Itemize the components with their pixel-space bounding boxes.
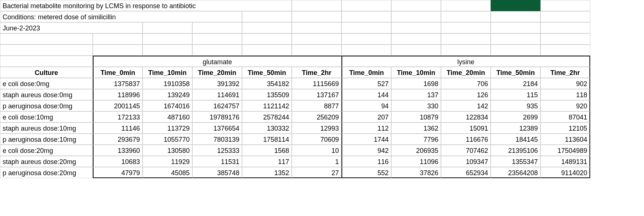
- data-cell[interactable]: 1744: [341, 134, 391, 145]
- data-cell[interactable]: 45085: [143, 167, 192, 178]
- empty-cell[interactable]: [341, 45, 391, 56]
- empty-cell[interactable]: [491, 45, 540, 56]
- data-cell[interactable]: 1: [292, 156, 341, 167]
- column-header[interactable]: Time_0min: [93, 67, 143, 78]
- culture-cell[interactable]: p aeruginosa dose:0mg: [0, 100, 93, 111]
- culture-cell[interactable]: e coli dose:10mg: [0, 111, 93, 122]
- data-cell[interactable]: 137167: [292, 89, 341, 100]
- empty-cell[interactable]: [441, 45, 491, 56]
- column-header-culture[interactable]: Culture: [0, 67, 93, 78]
- data-cell[interactable]: 330: [391, 100, 441, 111]
- data-cell[interactable]: 206935: [391, 145, 441, 156]
- data-cell[interactable]: 12389: [491, 122, 540, 134]
- data-cell[interactable]: 11929: [143, 156, 192, 167]
- data-cell[interactable]: 2001145: [93, 100, 143, 111]
- data-cell[interactable]: 11096: [391, 156, 441, 167]
- culture-cell[interactable]: e coli dose:0mg: [0, 78, 93, 89]
- empty-cell[interactable]: [143, 33, 192, 45]
- data-cell[interactable]: 487160: [143, 111, 192, 122]
- column-header[interactable]: Time_0min: [341, 67, 391, 78]
- data-cell[interactable]: 94: [341, 100, 391, 111]
- data-cell[interactable]: 115: [491, 89, 540, 100]
- data-cell[interactable]: 902: [540, 78, 590, 89]
- data-cell[interactable]: 10879: [391, 111, 441, 122]
- data-cell[interactable]: 1910358: [143, 78, 192, 89]
- empty-cell[interactable]: [441, 22, 491, 33]
- data-cell[interactable]: 112: [341, 122, 391, 134]
- empty-cell[interactable]: [341, 0, 391, 11]
- data-cell[interactable]: 1375837: [93, 78, 143, 89]
- data-cell[interactable]: 144: [341, 89, 391, 100]
- data-cell[interactable]: 7803139: [192, 134, 242, 145]
- culture-cell[interactable]: staph aureus dose:20mg: [0, 156, 93, 167]
- data-cell[interactable]: 122834: [441, 111, 491, 122]
- data-cell[interactable]: 17504989: [540, 145, 590, 156]
- data-cell[interactable]: 130332: [242, 122, 292, 134]
- data-cell[interactable]: 652934: [441, 167, 491, 178]
- empty-cell[interactable]: [540, 33, 590, 45]
- data-cell[interactable]: 118996: [93, 89, 143, 100]
- data-cell[interactable]: 935: [491, 100, 540, 111]
- empty-cell[interactable]: [0, 45, 93, 56]
- empty-cell[interactable]: [143, 22, 192, 33]
- empty-cell[interactable]: [242, 11, 292, 22]
- data-cell[interactable]: 707462: [441, 145, 491, 156]
- empty-cell[interactable]: [192, 45, 242, 56]
- conditions-cell[interactable]: Conditions: metered dose of similicillin: [0, 11, 242, 22]
- empty-cell[interactable]: [540, 22, 590, 33]
- data-cell[interactable]: 11146: [93, 122, 143, 134]
- empty-cell[interactable]: [143, 45, 192, 56]
- empty-cell[interactable]: [292, 11, 341, 22]
- data-cell[interactable]: 1489131: [540, 156, 590, 167]
- data-cell[interactable]: 552: [341, 167, 391, 178]
- data-cell[interactable]: 109347: [441, 156, 491, 167]
- data-cell[interactable]: 15091: [441, 122, 491, 134]
- data-cell[interactable]: 354182: [242, 78, 292, 89]
- column-header[interactable]: Time_50min: [242, 67, 292, 78]
- data-cell[interactable]: 117: [242, 156, 292, 167]
- empty-cell[interactable]: [292, 45, 341, 56]
- empty-cell[interactable]: [341, 22, 391, 33]
- data-cell[interactable]: 391392: [192, 78, 242, 89]
- data-cell[interactable]: 2184: [491, 78, 540, 89]
- empty-cell[interactable]: [0, 33, 93, 45]
- empty-cell[interactable]: [540, 45, 590, 56]
- data-cell[interactable]: 7796: [391, 134, 441, 145]
- data-cell[interactable]: 385748: [192, 167, 242, 178]
- data-cell[interactable]: 920: [540, 100, 590, 111]
- data-cell[interactable]: 12105: [540, 122, 590, 134]
- data-cell[interactable]: 1355347: [491, 156, 540, 167]
- column-header[interactable]: Time_2hr: [540, 67, 590, 78]
- data-cell[interactable]: 8877: [292, 100, 341, 111]
- date-cell[interactable]: June-2-2023: [0, 22, 143, 33]
- culture-cell[interactable]: p aeruginosa dose:10mg: [0, 134, 93, 145]
- data-cell[interactable]: 1352: [242, 167, 292, 178]
- data-cell[interactable]: 135509: [242, 89, 292, 100]
- culture-cell[interactable]: staph aureus dose:10mg: [0, 122, 93, 134]
- data-cell[interactable]: 118: [540, 89, 590, 100]
- data-cell[interactable]: 527: [341, 78, 391, 89]
- data-cell[interactable]: 19789176: [192, 111, 242, 122]
- empty-cell[interactable]: [491, 33, 540, 45]
- culture-cell[interactable]: p aeruginosa dose:20mg: [0, 167, 93, 178]
- empty-cell[interactable]: [292, 33, 341, 45]
- data-cell[interactable]: 23564208: [491, 167, 540, 178]
- column-header[interactable]: Time_20min: [441, 67, 491, 78]
- empty-cell[interactable]: [292, 0, 341, 11]
- data-cell[interactable]: 1115669: [292, 78, 341, 89]
- culture-cell[interactable]: e coli dose:20mg: [0, 145, 93, 156]
- empty-cell[interactable]: [341, 11, 391, 22]
- culture-cell[interactable]: staph aureus dose:0mg: [0, 89, 93, 100]
- column-header[interactable]: Time_50min: [491, 67, 540, 78]
- data-cell[interactable]: 1758114: [242, 134, 292, 145]
- empty-cell[interactable]: [341, 33, 391, 45]
- empty-cell[interactable]: [391, 22, 441, 33]
- data-cell[interactable]: 37826: [391, 167, 441, 178]
- data-cell[interactable]: 21395106: [491, 145, 540, 156]
- data-cell[interactable]: 184145: [491, 134, 540, 145]
- data-cell[interactable]: 1624757: [192, 100, 242, 111]
- data-cell[interactable]: 113729: [143, 122, 192, 134]
- empty-cell[interactable]: [192, 33, 242, 45]
- column-header[interactable]: Time_20min: [192, 67, 242, 78]
- empty-cell[interactable]: [192, 22, 242, 33]
